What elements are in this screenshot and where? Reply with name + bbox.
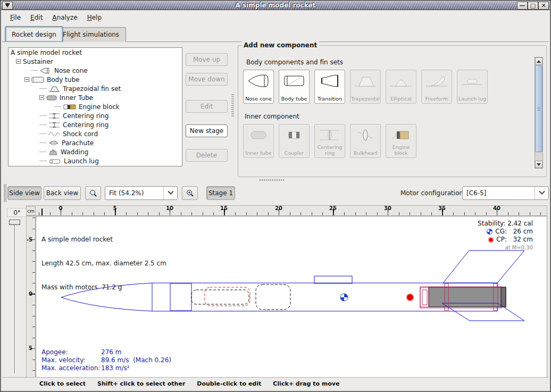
add-bulkhead-button[interactable]: Bulkhead (350, 124, 381, 158)
add-launch-lug-button[interactable]: Launch lug (457, 70, 488, 104)
move-down-button[interactable]: Move down (186, 73, 228, 86)
move-up-button[interactable]: Move up (186, 53, 228, 66)
ruler-unit-label: cm (26, 206, 36, 215)
up-arrow-icon (537, 60, 541, 63)
rotation-slider-handle[interactable] (9, 220, 20, 225)
zoom-level-combobox[interactable]: Fit (54.2%) (105, 186, 178, 200)
menu-help[interactable]: Help (84, 12, 105, 23)
rotation-slider-track[interactable] (14, 223, 16, 373)
elliptical-fin-icon (389, 73, 413, 90)
coupler-icon (282, 127, 306, 144)
body-tube-icon (282, 73, 306, 90)
menu-edit[interactable]: Edit (27, 12, 46, 23)
rocket-canvas[interactable]: A simple model rocket Length 42.5 cm, ma… (36, 216, 547, 378)
tree-item-rocket[interactable]: A simple model rocket (9, 48, 182, 57)
tree-item-launch-lug[interactable]: Launch lug (9, 156, 182, 165)
tree-item-trapezoidal-fin-set[interactable]: Trapezoidal fin set (9, 84, 182, 93)
nose-cone-icon (40, 68, 52, 74)
tree-item-sustainer[interactable]: Sustainer (9, 57, 182, 66)
magnifier-icon (89, 189, 97, 197)
add-freeform-fin-button[interactable]: Freeform (421, 70, 452, 104)
menu-analyze[interactable]: Analyze (48, 12, 81, 23)
fin-set-icon (48, 86, 60, 92)
trapezoidal-fin-icon (354, 73, 377, 90)
scroll-down-button[interactable] (535, 161, 542, 168)
inner-tube-icon (247, 127, 270, 144)
stage-1-toggle[interactable]: Stage 1 (206, 186, 235, 200)
add-transition-button[interactable]: Transition (314, 70, 345, 104)
add-nose-cone-button[interactable]: Nose cone (243, 70, 274, 104)
tree-item-inner-tube[interactable]: Inner Tube (9, 93, 182, 102)
rotation-angle-label: 0° (7, 208, 27, 217)
wadding-icon (48, 149, 58, 155)
collapse-icon[interactable] (39, 95, 44, 100)
body-section-label: Body components and fin sets (246, 59, 343, 66)
close-button[interactable]: ✕ (538, 2, 549, 10)
tree-item-nose-cone[interactable]: Nose cone (9, 66, 182, 75)
window-title: A simple model rocket (1, 2, 550, 9)
tree-item-body-tube[interactable]: Body tube (9, 75, 182, 84)
engine-block-icon (63, 104, 76, 110)
shock-cord-icon (48, 131, 60, 137)
add-elliptical-fin-button[interactable]: Elliptical (386, 70, 416, 104)
down-arrow-icon (537, 163, 541, 166)
menubar: File Edit Analyze Help (2, 11, 549, 24)
collapse-icon[interactable] (24, 77, 29, 82)
view-toolbar: Side view Back view Fit (54.2%) Stage 1 … (2, 182, 549, 204)
transition-icon (318, 73, 341, 90)
group-title: Add new component (241, 41, 319, 49)
delete-button[interactable]: Delete (186, 149, 228, 162)
tab-rocket-design[interactable]: Rocket design (5, 26, 63, 42)
tab-bar: Rocket design Flight simulations (2, 24, 549, 42)
body-tube-icon (31, 77, 44, 83)
centering-ring-icon (48, 122, 60, 128)
add-coupler-button[interactable]: Coupler (279, 124, 310, 158)
launch-lug-icon (48, 158, 61, 164)
collapse-icon[interactable] (16, 59, 21, 64)
tree-item-wadding[interactable]: Wadding (9, 147, 182, 156)
panel-grip[interactable] (231, 94, 234, 118)
split-divider[interactable] (2, 178, 549, 182)
engine-block-icon (389, 127, 413, 144)
launch-lug-icon (461, 73, 484, 90)
flight-data: Apogee:276 m Max. velocity:89.6 m/s (Mac… (41, 348, 171, 372)
tree-item-shock-cord[interactable]: Shock cord (9, 129, 182, 138)
add-component-group: Add new component Body components and fi… (238, 45, 547, 177)
add-engine-block-button[interactable]: Engine block (386, 124, 416, 158)
maximize-button[interactable]: ▢ (528, 2, 538, 10)
cp-marker (407, 294, 414, 301)
tree-item-centering-ring-2[interactable]: Centering ring (9, 120, 182, 129)
add-trapezoidal-fin-button[interactable]: Trapezoidal (350, 70, 381, 104)
tree-item-engine-block[interactable]: Engine block (9, 102, 182, 111)
titlebar[interactable]: A simple model rocket — ▢ ✕ (1, 1, 550, 10)
component-tree[interactable]: A simple model rocket Sustainer Nose con… (8, 47, 182, 166)
cg-marker (340, 294, 348, 301)
add-centering-ring-button[interactable]: Centering ring (314, 124, 345, 158)
scrollbar-thumb[interactable] (535, 65, 542, 152)
minimize-button[interactable]: — (517, 2, 528, 10)
statusbar: Click to select Shift+ click to select o… (2, 377, 549, 390)
new-stage-button[interactable]: New stage (186, 124, 228, 137)
tree-item-centering-ring-1[interactable]: Centering ring (9, 111, 182, 120)
side-view-button[interactable]: Side view (7, 186, 41, 200)
toolbar-grip[interactable] (3, 184, 6, 202)
menu-file[interactable]: File (6, 12, 24, 23)
tab-flight-simulations[interactable]: Flight simulations (56, 27, 126, 42)
inner-section-label: Inner component (245, 113, 299, 120)
add-inner-tube-button[interactable]: Inner tube (243, 124, 274, 158)
motor-configuration-combobox[interactable]: [C6-5] (462, 186, 549, 200)
add-body-tube-button[interactable]: Body tube (279, 70, 310, 104)
zoom-in-button[interactable] (182, 186, 198, 200)
component-panel-scrollbar[interactable] (535, 57, 543, 169)
back-view-button[interactable]: Back view (44, 186, 81, 200)
scroll-up-button[interactable] (535, 57, 542, 65)
freeform-fin-icon (425, 73, 448, 90)
centering-ring-icon (318, 127, 341, 144)
zoom-out-button[interactable] (85, 186, 101, 200)
rocket-info: A simple model rocket Length 42.5 cm, ma… (41, 220, 166, 307)
stability-info: Stability: 2.42 cal CG: 26 cm CP: 32 cm … (478, 220, 533, 252)
chevron-down-icon (535, 187, 548, 199)
edit-button[interactable]: Edit (186, 100, 228, 113)
tree-item-parachute[interactable]: Parachute (9, 138, 182, 147)
chevron-down-icon (163, 187, 177, 199)
